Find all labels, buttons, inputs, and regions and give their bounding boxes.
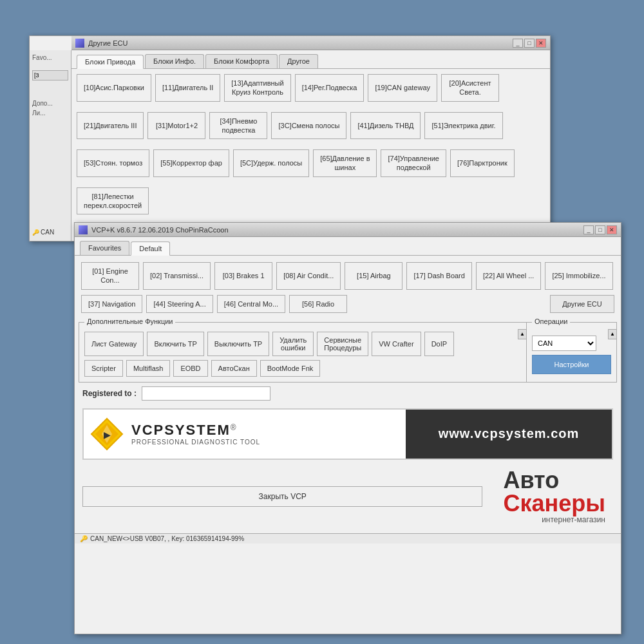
tab-bloki-info[interactable]: Блоки Инфо. bbox=[145, 54, 204, 68]
ecu-btn-55[interactable]: [55]Корректор фар bbox=[153, 149, 229, 177]
vcp-registered-mark: ® bbox=[231, 423, 236, 432]
bottom-sections: Дополнительные Функции ▲ Лист Gateway Вк… bbox=[79, 322, 617, 383]
ecu-btn-74[interactable]: [74]Управлениеподвеской bbox=[381, 149, 446, 177]
main-ecu-56[interactable]: [56] Radio bbox=[289, 295, 347, 313]
list-gateway-btn[interactable]: Лист Gateway bbox=[84, 332, 144, 356]
close-vcp-row: Закрыть VCP Авто Сканеры интернет-магази… bbox=[82, 464, 613, 529]
tab-favourites[interactable]: Favourites bbox=[80, 241, 129, 255]
watermark-area: Авто Сканеры интернет-магазин bbox=[495, 464, 613, 529]
registered-label: Registered to : bbox=[82, 389, 137, 398]
bootmode-btn[interactable]: BootMode Fnk bbox=[260, 360, 321, 377]
close-btn[interactable]: ✕ bbox=[536, 39, 546, 48]
tab-drugoe[interactable]: Другое bbox=[279, 54, 318, 68]
ops-section: Операции ▲ CAN K-Line USB Настройки bbox=[527, 322, 617, 383]
ecu-btn-31[interactable]: [31]Motor1+2 bbox=[147, 112, 205, 140]
window-controls: _ □ ✕ bbox=[513, 39, 546, 48]
status-bar: 🔑 CAN_NEW<>USB V0B07, , Key: 01636591419… bbox=[75, 533, 621, 544]
ecu-btn-10[interactable]: [10]Асис.Парковки bbox=[77, 74, 151, 102]
minimize-btn[interactable]: _ bbox=[513, 39, 523, 48]
drugiye-ecu-btn[interactable]: Другие ECU bbox=[550, 295, 614, 313]
eobd-btn[interactable]: EOBD bbox=[173, 360, 207, 377]
ecu-btn-11[interactable]: [11]Двигатель II bbox=[155, 74, 220, 102]
watermark-avto: Авто bbox=[503, 469, 559, 492]
close-vcp-btn[interactable]: Закрыть VCP bbox=[82, 486, 482, 507]
main-ecu-17[interactable]: [17] Dash Board bbox=[406, 262, 472, 290]
enable-tp-btn[interactable]: Включить ТР bbox=[147, 332, 204, 356]
vw-crafter-btn[interactable]: VW Crafter bbox=[372, 332, 421, 356]
vcp-left: ▶ VCP SYSTEM ® PROFESSIONAL DIAGNOSTIC T… bbox=[84, 410, 406, 459]
vcp-url: www.vcpsystem.com bbox=[439, 426, 580, 441]
dop-scroll-up[interactable]: ▲ bbox=[518, 329, 527, 339]
watermark-sub: интернет-магазин bbox=[542, 515, 605, 524]
vcp-text-area: VCP SYSTEM ® PROFESSIONAL DIAGNOSTIC TOO… bbox=[131, 422, 260, 446]
main-ecu-08[interactable]: [08] Air Condit... bbox=[276, 262, 341, 290]
registered-input[interactable] bbox=[142, 386, 270, 401]
delete-errors-btn[interactable]: Удалитьошибки bbox=[272, 332, 314, 356]
ecu-btn-21[interactable]: [21]Двигатель III bbox=[77, 112, 144, 140]
main-ecu-46[interactable]: [46] Central Mo... bbox=[217, 295, 285, 313]
ecu-btn-34[interactable]: [34]Пневмоподвестка bbox=[209, 112, 267, 140]
vcp-sub-text: PROFESSIONAL DIAGNOSTIC TOOL bbox=[131, 439, 260, 446]
window-icon bbox=[75, 39, 84, 48]
main-minimize-btn[interactable]: _ bbox=[583, 225, 594, 234]
scripter-btn[interactable]: Scripter bbox=[84, 360, 123, 377]
vcp-logo-diamond: ▶ bbox=[89, 416, 125, 452]
registered-row: Registered to : bbox=[75, 383, 621, 404]
service-proc-btn[interactable]: СервисныеПроцедуры bbox=[317, 332, 368, 356]
main-ecu-row2: [37] Navigation [44] Steering A... [46] … bbox=[81, 295, 550, 313]
main-ecu-15[interactable]: [15] Airbag bbox=[345, 262, 402, 290]
ecu-btn-53[interactable]: [53]Стоян. тормоз bbox=[77, 149, 149, 177]
ecu-btn-65[interactable]: [65]Давление вшинах bbox=[313, 149, 377, 177]
dop-section: Дополнительные Функции ▲ Лист Gateway Вк… bbox=[79, 322, 527, 383]
watermark-line1: Авто bbox=[503, 469, 605, 492]
bg-sidebar-label: Favo... bbox=[30, 50, 71, 65]
vcp-banner: ▶ VCP SYSTEM ® PROFESSIONAL DIAGNOSTIC T… bbox=[82, 408, 613, 460]
ecu-btn-41[interactable]: [41]Дизель ТНВД bbox=[350, 112, 421, 140]
ecu-btn-13[interactable]: [13]АдаптивныйКруиз Контроль bbox=[224, 74, 290, 102]
bg-can-text: CAN bbox=[41, 229, 54, 236]
ecu-grid-row4: [81]Лепесткиперекл.скоростей bbox=[71, 182, 550, 220]
maximize-btn[interactable]: □ bbox=[524, 39, 535, 48]
main-ecu-01[interactable]: [01] EngineCon... bbox=[81, 262, 139, 290]
tab-bloki-komforta[interactable]: Блоки Комфорта bbox=[205, 54, 278, 68]
main-tab-bar: Favourites Default bbox=[75, 237, 621, 256]
watermark-skan: Сканеры bbox=[503, 490, 605, 516]
disable-tp-btn[interactable]: Выключить ТР bbox=[207, 332, 269, 356]
ecu-btn-20[interactable]: [20]АсистентСвета. bbox=[441, 74, 499, 102]
settings-btn[interactable]: Настройки bbox=[532, 355, 611, 374]
multiflash-btn[interactable]: Multiflash bbox=[126, 360, 170, 377]
main-vcp-window: VCP+K v8.6.7 12.06.2019 ChoPinRaCcoon _ … bbox=[74, 222, 621, 634]
dop-section-label: Дополнительные Функции bbox=[84, 317, 175, 325]
main-ecu-22[interactable]: [22] All Wheel ... bbox=[476, 262, 541, 290]
watermark-line2: Сканеры bbox=[503, 492, 605, 515]
dop-row1: Лист Gateway Включить ТР Выключить ТР Уд… bbox=[84, 332, 521, 356]
can-dropdown[interactable]: CAN K-Line USB bbox=[532, 336, 596, 351]
ecu-grid-row3: [53]Стоян. тормоз [55]Корректор фар [5C]… bbox=[71, 144, 550, 182]
bg-dop-label: Допо... bbox=[32, 100, 68, 107]
main-ecu-03[interactable]: [03] Brakes 1 bbox=[214, 262, 272, 290]
main-maximize-btn[interactable]: □ bbox=[595, 225, 605, 234]
autoscan-btn[interactable]: АвтоСкан bbox=[211, 360, 257, 377]
svg-text:▶: ▶ bbox=[104, 430, 111, 440]
ecu-btn-14[interactable]: [14]Рег.Подвеска bbox=[295, 74, 365, 102]
ecu-btn-51[interactable]: [51]Электрика двиг. bbox=[424, 112, 502, 140]
ecu-btn-76[interactable]: [76]Парктроник bbox=[450, 149, 515, 177]
ecu-btn-3c[interactable]: [3C]Смена полосы bbox=[271, 112, 346, 140]
ecu-grid-row2: [21]Двигатель III [31]Motor1+2 [34]Пневм… bbox=[71, 107, 550, 145]
ecu-btn-5c[interactable]: [5C]Удерж. полосы bbox=[233, 149, 309, 177]
main-close-btn[interactable]: ✕ bbox=[607, 225, 617, 234]
doip-btn[interactable]: DoIP bbox=[424, 332, 454, 356]
ecu-btn-19[interactable]: [19]CAN gateway bbox=[368, 74, 437, 102]
ecu-btn-81[interactable]: [81]Лепесткиперекл.скоростей bbox=[77, 187, 149, 215]
main-ecu-02[interactable]: [02] Transmissi... bbox=[143, 262, 211, 290]
tab-default[interactable]: Default bbox=[131, 242, 170, 256]
main-ecu-25[interactable]: [25] Immobilize... bbox=[545, 262, 612, 290]
main-ecu-37[interactable]: [37] Navigation bbox=[81, 295, 142, 313]
bg-li-label: Ли... bbox=[32, 109, 68, 117]
vcp-brand-row: VCP SYSTEM ® bbox=[131, 422, 260, 439]
main-ecu-44[interactable]: [44] Steering A... bbox=[146, 295, 213, 313]
tab-bloki-privoda[interactable]: Блоки Привода bbox=[77, 55, 144, 69]
main-window-title: VCP+K v8.6.7 12.06.2019 ChoPinRaCcoon bbox=[91, 226, 583, 234]
watermark-line3: интернет-магазин bbox=[503, 515, 605, 524]
ops-scroll-up[interactable]: ▲ bbox=[608, 329, 617, 339]
